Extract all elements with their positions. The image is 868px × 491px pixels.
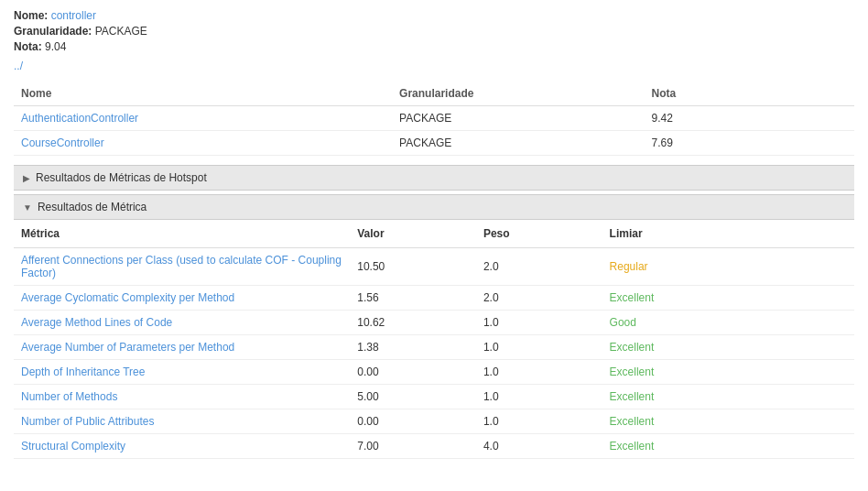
cell-peso: 1.0 [476,409,602,434]
nota-line: Nota: 9.04 [14,40,854,53]
cell-limiar: Regular [602,248,854,286]
cell-peso: 1.0 [476,335,602,360]
cell-valor: 0.00 [350,409,476,434]
cell-peso: 2.0 [476,248,602,286]
cell-metrica: Average Number of Parameters per Method [14,335,350,360]
th-metrica: Métrica [14,220,350,248]
metrics-table-header-row: Métrica Valor Peso Limiar [14,220,854,248]
cell-valor: 1.38 [350,335,476,360]
cell-valor: 0.00 [350,360,476,385]
nome-line: Nome: controller [14,9,854,22]
metric-link[interactable]: Afferent Connections per Class (used to … [21,254,342,279]
metric-link[interactable]: Depth of Inheritance Tree [21,366,145,378]
metrics-section-label: Resultados de Métrica [38,201,146,213]
main-table-header-row: Nome Granularidade Nota [14,82,854,106]
cell-valor: 5.00 [350,385,476,409]
metrics-row: Number of Public Attributes0.001.0Excell… [14,409,854,434]
granularidade-label: Granularidade: [14,25,92,38]
nome-link[interactable]: CourseController [21,136,104,149]
cell-limiar: Excellent [602,360,854,385]
cell-valor: 1.56 [350,286,476,311]
cell-metrica: Structural Complexity [14,434,350,459]
hotspot-section-label: Resultados de Métricas de Hotspot [36,171,207,184]
cell-metrica: Average Method Lines of Code [14,311,350,335]
page-wrapper: Nome: controller Granularidade: PACKAGE … [0,0,868,468]
metrics-row: Average Cyclomatic Complexity per Method… [14,286,854,311]
granularidade-line: Granularidade: PACKAGE [14,25,854,38]
cell-valor: 10.62 [350,311,476,335]
metrics-section: Métrica Valor Peso Limiar Afferent Conne… [14,220,854,459]
hotspot-section-header[interactable]: ▶ Resultados de Métricas de Hotspot [14,165,854,191]
nome-label: Nome: [14,9,48,22]
nota-value: 9.04 [45,40,66,53]
cell-metrica: Average Cyclomatic Complexity per Method [14,286,350,311]
cell-metrica: Afferent Connections per Class (used to … [14,248,350,286]
cell-metrica: Depth of Inheritance Tree [14,360,350,385]
metric-link[interactable]: Structural Complexity [21,440,125,453]
cell-limiar: Excellent [602,434,854,459]
metrics-row: Afferent Connections per Class (used to … [14,248,854,286]
metric-link[interactable]: Average Number of Parameters per Method [21,341,234,354]
cell-peso: 1.0 [476,311,602,335]
nota-label: Nota: [14,40,42,53]
hotspot-arrow-icon: ▶ [23,173,30,183]
cell-limiar: Excellent [602,286,854,311]
metrics-row: Average Number of Parameters per Method1… [14,335,854,360]
th-nota: Nota [644,82,854,106]
cell-nome: AuthenticationController [14,106,392,131]
table-row: AuthenticationControllerPACKAGE9.42 [14,106,854,131]
metrics-row: Average Method Lines of Code10.621.0Good [14,311,854,335]
cell-limiar: Good [602,311,854,335]
th-limiar: Limiar [602,220,854,248]
metric-link[interactable]: Number of Public Attributes [21,415,154,428]
cell-valor: 7.00 [350,434,476,459]
th-granularidade: Granularidade [392,82,644,106]
metrics-table: Métrica Valor Peso Limiar Afferent Conne… [14,220,854,459]
header-info: Nome: controller Granularidade: PACKAGE … [14,9,854,72]
granularidade-value: PACKAGE [95,25,147,38]
metrics-arrow-icon: ▼ [23,202,32,213]
cell-metrica: Number of Public Attributes [14,409,350,434]
metric-link[interactable]: Average Method Lines of Code [21,316,172,329]
main-table: Nome Granularidade Nota AuthenticationCo… [14,82,854,156]
th-nome: Nome [14,82,392,106]
table-row: CourseControllerPACKAGE7.69 [14,131,854,156]
th-peso: Peso [476,220,602,248]
cell-limiar: Excellent [602,385,854,409]
cell-peso: 1.0 [476,360,602,385]
nome-link[interactable]: AuthenticationController [21,112,138,125]
cell-nota: 9.42 [644,106,854,131]
cell-limiar: Excellent [602,335,854,360]
cell-nome: CourseController [14,131,392,156]
cell-peso: 2.0 [476,286,602,311]
cell-valor: 10.50 [350,248,476,286]
nome-value: controller [51,9,96,22]
metrics-row: Structural Complexity7.004.0Excellent [14,434,854,459]
cell-nota: 7.69 [644,131,854,156]
cell-metrica: Number of Methods [14,385,350,409]
metric-link[interactable]: Number of Methods [21,390,117,403]
cell-granularidade: PACKAGE [392,106,644,131]
cell-peso: 1.0 [476,385,602,409]
metrics-row: Number of Methods5.001.0Excellent [14,385,854,409]
cell-limiar: Excellent [602,409,854,434]
cell-granularidade: PACKAGE [392,131,644,156]
cell-peso: 4.0 [476,434,602,459]
back-link[interactable]: ../ [14,60,23,72]
th-valor: Valor [350,220,476,248]
metrics-section-header[interactable]: ▼ Resultados de Métrica [14,194,854,220]
metrics-row: Depth of Inheritance Tree0.001.0Excellen… [14,360,854,385]
metric-link[interactable]: Average Cyclomatic Complexity per Method [21,291,234,304]
